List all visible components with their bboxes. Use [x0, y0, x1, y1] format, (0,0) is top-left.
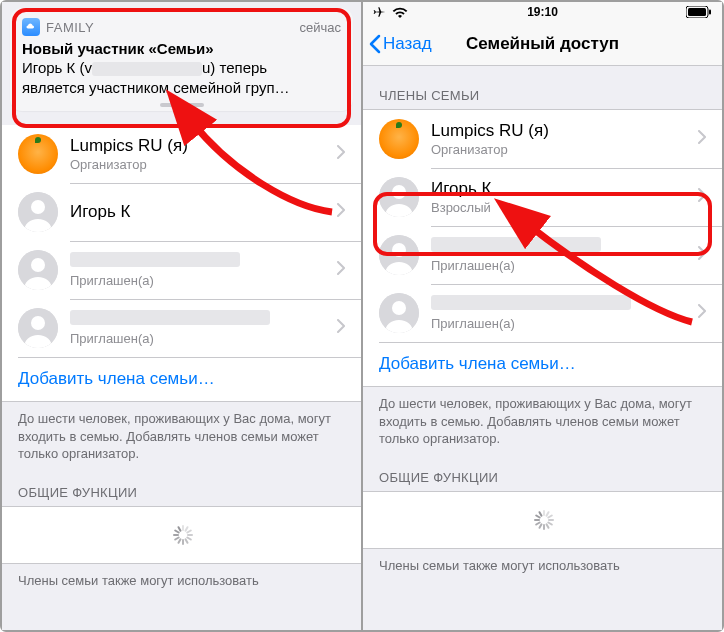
- member-role: Приглашен(а): [431, 258, 690, 273]
- add-member-button[interactable]: Добавить члена семьи…: [2, 357, 361, 401]
- chevron-right-icon: [337, 261, 345, 279]
- status-bar: 19:10: [363, 2, 722, 22]
- avatar-person-icon: [379, 177, 419, 217]
- chevron-right-icon: [337, 203, 345, 221]
- chevron-right-icon: [698, 130, 706, 148]
- chevron-right-icon: [337, 145, 345, 163]
- svg-point-14: [392, 301, 406, 315]
- svg-point-10: [392, 185, 406, 199]
- chevron-right-icon: [698, 304, 706, 322]
- add-member-button[interactable]: Добавить члена семьи…: [363, 342, 722, 386]
- loading-row: [363, 491, 722, 549]
- avatar-orange-icon: [379, 119, 419, 159]
- nav-bar: Назад Семейный доступ: [363, 22, 722, 66]
- loading-row: [2, 506, 361, 564]
- member-name: Lumpics RU (я): [431, 121, 690, 141]
- svg-point-12: [392, 243, 406, 257]
- add-member-label: Добавить члена семьи…: [379, 354, 576, 374]
- notification-app-label: FAMILY: [46, 20, 94, 35]
- shared-footer: Члены семьи также могут использовать: [2, 564, 361, 602]
- members-footer: До шести человек, проживающих у Вас дома…: [363, 387, 722, 460]
- svg-rect-8: [709, 10, 711, 15]
- chevron-left-icon: [369, 34, 381, 54]
- svg-point-5: [31, 316, 45, 330]
- chevron-right-icon: [337, 319, 345, 337]
- member-role: Организатор: [431, 142, 690, 157]
- family-app-icon: [22, 18, 40, 36]
- status-time: 19:10: [527, 5, 558, 19]
- phone-right: 19:10 Назад Семейный доступ ЧЛЕНЫ СЕМЬИ …: [361, 2, 722, 630]
- shared-footer: Члены семьи также могут использовать: [363, 549, 722, 587]
- member-row-invited-1[interactable]: Приглашен(а): [2, 241, 361, 299]
- notification-title: Новый участник «Семьи»: [22, 40, 341, 57]
- member-role: Приглашен(а): [70, 273, 329, 288]
- battery-icon: [686, 6, 712, 18]
- notification-body: Игорь К (vu) теперь является участником …: [22, 58, 341, 97]
- member-row-organizer[interactable]: Lumpics RU (я) Организатор: [2, 125, 361, 183]
- member-name: [70, 252, 329, 272]
- member-row-invited-1[interactable]: Приглашен(а): [363, 226, 722, 284]
- member-name: [431, 295, 690, 315]
- avatar-orange-icon: [18, 134, 58, 174]
- spinner-icon: [172, 525, 192, 545]
- avatar-person-icon: [18, 250, 58, 290]
- family-members-list-left: Lumpics RU (я) Организатор Игорь К Пригл…: [2, 125, 361, 402]
- airplane-icon: [373, 5, 387, 19]
- member-role: Взрослый: [431, 200, 690, 215]
- member-role: Приглашен(а): [431, 316, 690, 331]
- member-row-invited-2[interactable]: Приглашен(а): [363, 284, 722, 342]
- notification-card[interactable]: FAMILY сейчас Новый участник «Семьи» Иго…: [10, 8, 353, 111]
- shared-features-header: ОБЩИЕ ФУНКЦИИ: [2, 475, 361, 506]
- chevron-right-icon: [698, 246, 706, 264]
- notification-handle[interactable]: [160, 103, 204, 107]
- add-member-label: Добавить члена семьи…: [18, 369, 215, 389]
- shared-features-header: ОБЩИЕ ФУНКЦИИ: [363, 460, 722, 491]
- member-role: Организатор: [70, 157, 329, 172]
- family-members-list-right: Lumpics RU (я) Организатор Игорь К Взрос…: [363, 109, 722, 387]
- member-name: Игорь К: [431, 179, 690, 199]
- back-button[interactable]: Назад: [363, 34, 432, 54]
- member-row-igor[interactable]: Игорь К Взрослый: [363, 168, 722, 226]
- member-name: Lumpics RU (я): [70, 136, 329, 156]
- members-header: ЧЛЕНЫ СЕМЬИ: [363, 66, 722, 109]
- wifi-icon: [392, 6, 408, 18]
- member-name: [70, 310, 329, 330]
- svg-point-1: [31, 200, 45, 214]
- member-row-invited-2[interactable]: Приглашен(а): [2, 299, 361, 357]
- member-row-organizer[interactable]: Lumpics RU (я) Организатор: [363, 110, 722, 168]
- avatar-person-icon: [18, 308, 58, 348]
- page-title: Семейный доступ: [466, 34, 619, 54]
- member-name: Игорь К: [70, 202, 329, 222]
- chevron-right-icon: [698, 188, 706, 206]
- avatar-person-icon: [379, 293, 419, 333]
- member-role: Приглашен(а): [70, 331, 329, 346]
- notification-time: сейчас: [300, 20, 342, 35]
- member-row-igor[interactable]: Игорь К: [2, 183, 361, 241]
- avatar-person-icon: [18, 192, 58, 232]
- spinner-icon: [533, 510, 553, 530]
- back-label: Назад: [383, 34, 432, 54]
- phone-left: FAMILY сейчас Новый участник «Семьи» Иго…: [2, 2, 361, 630]
- svg-rect-7: [688, 8, 706, 16]
- avatar-person-icon: [379, 235, 419, 275]
- member-name: [431, 237, 690, 257]
- svg-point-3: [31, 258, 45, 272]
- members-footer: До шести человек, проживающих у Вас дома…: [2, 402, 361, 475]
